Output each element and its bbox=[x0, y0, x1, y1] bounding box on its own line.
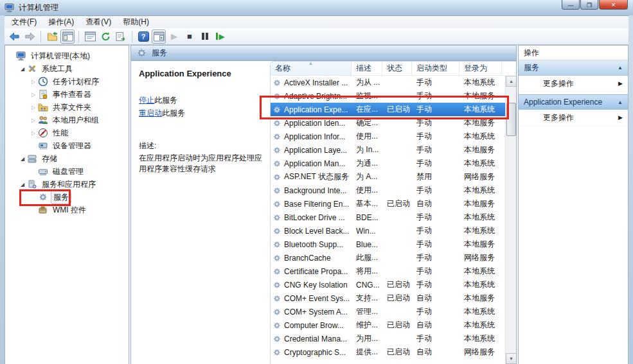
tree-item-tools[interactable]: ◢系统工具 bbox=[5, 62, 129, 75]
start-service-icon[interactable]: ▶ bbox=[167, 30, 181, 44]
expand-arrow-icon[interactable]: ▷ bbox=[30, 105, 37, 110]
column-header-description[interactable]: 描述 bbox=[352, 62, 382, 75]
service-logon-as: 本地系统 bbox=[459, 279, 502, 290]
scroll-up-button[interactable]: ▲ bbox=[506, 76, 516, 87]
service-row[interactable]: Adaptive Brightn...监视...手动本地服务 bbox=[271, 89, 505, 103]
more-actions-item[interactable]: 更多操作▶ bbox=[519, 110, 628, 126]
service-row[interactable]: Computer Brow...维护...已启动自动本地系统 bbox=[271, 318, 505, 332]
collapse-section-icon[interactable]: ▲ bbox=[618, 100, 623, 105]
collapse-section-icon[interactable]: ▲ bbox=[618, 65, 623, 71]
pause-service-icon[interactable] bbox=[198, 30, 212, 44]
tree-item-clock[interactable]: ▷任务计划程序 bbox=[5, 75, 129, 88]
service-row[interactable]: Application Laye...为 In...手动本地服务 bbox=[271, 143, 505, 157]
forward-icon[interactable] bbox=[22, 30, 37, 44]
minimize-button[interactable]: — bbox=[562, 0, 580, 10]
tree-item-computer[interactable]: 计算机管理(本地) bbox=[5, 49, 129, 62]
service-row[interactable]: Background Inte...使用...手动本地系统 bbox=[271, 184, 505, 197]
menu-item[interactable]: 帮助(H) bbox=[117, 15, 155, 29]
collapse-arrow-icon[interactable]: ◢ bbox=[19, 66, 26, 72]
scroll-down-button[interactable]: ▼ bbox=[506, 353, 516, 364]
service-status: 已启动 bbox=[382, 198, 412, 209]
tree-item-storage[interactable]: ◢存储 bbox=[5, 152, 129, 165]
service-row[interactable]: Application Iden...确定...手动本地服务 bbox=[271, 116, 505, 130]
service-row[interactable]: Block Level Back...Win...手动本地系统 bbox=[271, 224, 505, 238]
service-startup-type: 手动 bbox=[412, 252, 459, 263]
expand-arrow-icon[interactable]: ▷ bbox=[30, 92, 37, 98]
service-description: 为 A... bbox=[352, 171, 382, 182]
column-header-name[interactable]: 名称▲ bbox=[271, 62, 352, 75]
expand-arrow-icon[interactable]: ▷ bbox=[30, 130, 37, 136]
service-row[interactable]: Application Man...为通...手动本地系统 bbox=[271, 157, 505, 170]
tree-item-disk[interactable]: 磁盘管理 bbox=[5, 165, 129, 178]
vertical-scrollbar[interactable]: ▲ ▼ bbox=[505, 76, 516, 364]
tree-item-device[interactable]: 设备管理器 bbox=[5, 139, 129, 152]
column-header-startup-type[interactable]: 启动类型 bbox=[412, 62, 459, 75]
service-name: ActiveX Installer ... bbox=[284, 78, 348, 87]
column-header-logon-as[interactable]: 登录为 bbox=[459, 62, 502, 75]
service-row[interactable]: Base Filtering En...基本...已启动自动本地服务 bbox=[271, 197, 505, 211]
refresh-icon[interactable] bbox=[98, 30, 112, 44]
help-icon[interactable]: ? bbox=[136, 30, 150, 44]
service-startup-type: 手动 bbox=[412, 144, 459, 155]
service-description: 为通... bbox=[352, 158, 382, 169]
maximize-button[interactable]: ❐ bbox=[580, 0, 598, 10]
service-description: Blue... bbox=[352, 240, 382, 249]
service-row[interactable]: BranchCache此服...手动网络服务 bbox=[271, 251, 505, 264]
action-section-header[interactable]: Application Experience▲ bbox=[519, 94, 628, 110]
collapse-arrow-icon[interactable]: ◢ bbox=[19, 156, 26, 162]
scroll-thumb[interactable] bbox=[506, 103, 516, 136]
tree-item-event[interactable]: ▷事件查看器 bbox=[5, 88, 129, 101]
service-description: 使用... bbox=[352, 185, 382, 196]
performance-icon bbox=[38, 128, 48, 138]
column-header-status[interactable]: 状态 bbox=[382, 62, 412, 75]
service-description: CNG... bbox=[352, 281, 382, 290]
properties-icon[interactable] bbox=[83, 30, 97, 44]
description-label: 描述: bbox=[139, 141, 263, 152]
service-row[interactable]: Application Infor...使用...手动本地系统 bbox=[271, 130, 505, 143]
service-description: 确定... bbox=[352, 117, 382, 128]
back-icon[interactable] bbox=[7, 30, 21, 44]
service-row[interactable]: Bluetooth Supp...Blue...手动本地服务 bbox=[271, 238, 505, 251]
export-list-icon[interactable] bbox=[114, 30, 128, 44]
service-startup-type: 手动 bbox=[412, 185, 459, 196]
close-button[interactable]: ✕ bbox=[599, 0, 628, 10]
service-row[interactable]: Cryptographic S...提供...已启动自动网络服务 bbox=[271, 345, 505, 359]
service-row[interactable]: ASP.NET 状态服务为 A...禁用网络服务 bbox=[271, 170, 505, 184]
collapse-arrow-icon[interactable]: ◢ bbox=[19, 182, 26, 187]
tree-item-performance[interactable]: ▷性能 bbox=[5, 126, 129, 139]
wmi-icon bbox=[38, 205, 48, 215]
action-section-header[interactable]: 服务▲ bbox=[519, 60, 628, 76]
service-row[interactable]: Credential Mana...为用...手动本地系统 bbox=[271, 332, 505, 345]
tree-item-wmi[interactable]: WMI 控件 bbox=[5, 204, 129, 216]
show-console-tree-icon[interactable] bbox=[60, 30, 75, 44]
folder-icon[interactable] bbox=[45, 30, 59, 44]
tree-item-users[interactable]: ▷本地用户和组 bbox=[5, 114, 129, 126]
stop-service-link[interactable]: 停止 bbox=[139, 96, 154, 105]
menu-item[interactable]: 文件(F) bbox=[6, 15, 42, 29]
menu-item[interactable]: 操作(A) bbox=[42, 15, 80, 29]
service-row[interactable]: COM+ Event Sys...支持...已启动自动本地服务 bbox=[271, 291, 505, 305]
restart-service-icon[interactable]: ▶ bbox=[213, 30, 227, 44]
service-row[interactable]: BitLocker Drive ...BDE...手动本地系统 bbox=[271, 211, 505, 224]
service-row[interactable]: Application Expe...在应...已启动手动本地系统 bbox=[271, 103, 505, 116]
service-row[interactable]: Certificate Propa...将用...手动本地系统 bbox=[271, 264, 505, 278]
tree-item-services[interactable]: 服务 bbox=[5, 191, 129, 204]
stop-service-icon[interactable]: ■ bbox=[183, 30, 197, 44]
tree-item-label: 存储 bbox=[40, 153, 59, 165]
list-header: 名称▲描述状态启动类型登录为 bbox=[271, 62, 505, 76]
services-list: 名称▲描述状态启动类型登录为 ActiveX Installer ...为从 .… bbox=[270, 61, 516, 364]
service-gear-icon bbox=[272, 213, 284, 222]
more-actions-item[interactable]: 更多操作▶ bbox=[519, 76, 628, 92]
tree-item-sharedfolder[interactable]: ▷共享文件夹 bbox=[5, 101, 129, 114]
expand-arrow-icon[interactable]: ▷ bbox=[30, 117, 37, 123]
service-row[interactable]: CNG Key IsolationCNG...已启动手动本地系统 bbox=[271, 278, 505, 291]
pane-header: 服务 bbox=[131, 46, 516, 61]
service-row[interactable]: ActiveX Installer ...为从 ...手动本地系统 bbox=[271, 76, 505, 89]
show-action-pane-icon[interactable] bbox=[152, 30, 166, 44]
service-row[interactable]: COM+ System A...管理...手动本地系统 bbox=[271, 305, 505, 318]
tree-item-servicesapps[interactable]: ◢服务和应用程序 bbox=[5, 178, 129, 191]
expand-arrow-icon[interactable]: ▷ bbox=[30, 79, 37, 85]
restart-service-link[interactable]: 重启动 bbox=[139, 108, 162, 117]
menu-item[interactable]: 查看(V) bbox=[80, 15, 117, 29]
actions-sections: 服务▲更多操作▶Application Experience▲更多操作▶ bbox=[519, 60, 628, 128]
